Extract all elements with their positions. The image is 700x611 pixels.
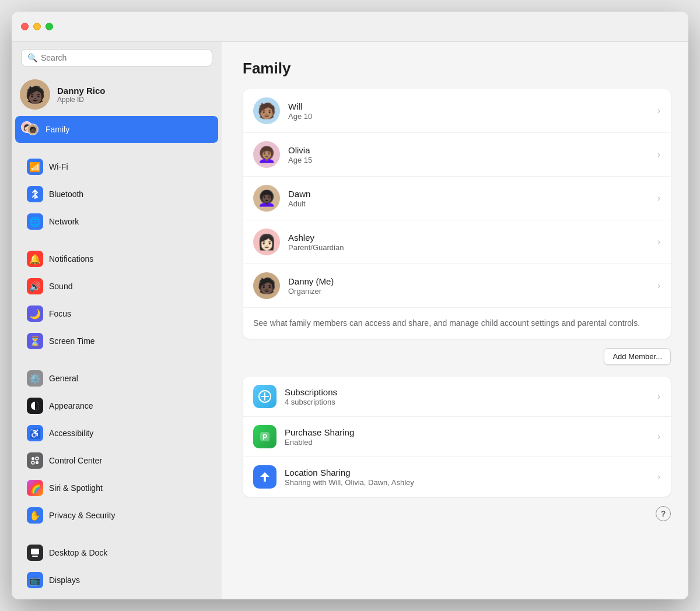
sidebar-item-label-accessibility: Accessibility xyxy=(49,429,93,438)
user-name: Danny Rico xyxy=(57,86,106,96)
maximize-button[interactable] xyxy=(46,23,53,30)
user-profile[interactable]: 🧑🏿 Danny Rico Apple ID xyxy=(15,73,218,115)
sidebar-section-prefs: ⚙️ General Appearance ♿ Accessibility xyxy=(12,364,222,529)
member-role: Age 10 xyxy=(288,112,657,121)
service-name: Location Sharing xyxy=(285,468,657,477)
family-members-card: 🧑🏽 Will Age 10 › 👩🏽‍🦱 Olivia Age 15 › xyxy=(243,89,671,339)
avatar: 🧑🏽 xyxy=(253,97,280,124)
sidebar-item-network[interactable]: 🌐 Network xyxy=(21,208,212,235)
minimize-button[interactable] xyxy=(33,23,41,30)
member-name: Dawn xyxy=(288,189,657,199)
sidebar-section-display: Desktop & Dock 📺 Displays xyxy=(12,539,222,594)
table-row[interactable]: 👩🏿‍🦱 Dawn Adult › xyxy=(243,177,671,220)
privacy-icon: ✋ xyxy=(27,507,43,524)
page-title: Family xyxy=(243,59,671,78)
sidebar-item-focus[interactable]: 🌙 Focus xyxy=(21,300,212,327)
avatar: 👩🏻 xyxy=(253,229,280,255)
help-button[interactable]: ? xyxy=(656,506,671,521)
subscriptions-icon xyxy=(253,385,276,408)
search-container: 🔍 xyxy=(12,42,222,73)
member-name: Will xyxy=(288,101,657,111)
sidebar-item-controlcenter[interactable]: Control Center xyxy=(21,447,212,474)
sidebar-item-label-focus: Focus xyxy=(49,309,71,318)
notifications-icon: 🔔 xyxy=(27,251,43,267)
sidebar-item-family[interactable]: 👩🏻 🧑🏿 Family xyxy=(15,116,218,143)
siri-icon: 🌈 xyxy=(27,480,43,496)
sidebar-item-sound[interactable]: 🔊 Sound xyxy=(21,273,212,300)
family-icon: 👩🏻 🧑🏿 xyxy=(21,121,40,138)
member-info: Dawn Adult xyxy=(288,189,657,208)
sidebar-item-displays[interactable]: 📺 Displays xyxy=(21,567,212,594)
sidebar-item-wifi[interactable]: 📶 Wi-Fi xyxy=(21,153,212,180)
sidebar-item-label-appearance: Appearance xyxy=(49,401,93,410)
member-role: Adult xyxy=(288,199,657,208)
service-name: Purchase Sharing xyxy=(285,427,657,437)
network-icon: 🌐 xyxy=(27,213,43,230)
user-info: Danny Rico Apple ID xyxy=(57,86,106,104)
sidebar-item-desktopdock[interactable]: Desktop & Dock xyxy=(21,539,212,566)
sidebar-item-label-desktopdock: Desktop & Dock xyxy=(49,548,107,557)
accessibility-icon: ♿ xyxy=(27,425,43,441)
chevron-right-icon: › xyxy=(657,431,660,442)
chevron-right-icon: › xyxy=(657,149,660,160)
table-row[interactable]: 🧑🏿 Danny (Me) Organizer › xyxy=(243,264,671,308)
sidebar-item-bluetooth[interactable]: Bluetooth xyxy=(21,181,212,208)
bluetooth-icon xyxy=(27,186,43,202)
main-content: Family 🧑🏽 Will Age 10 › 👩🏽‍🦱 Olivia xyxy=(222,42,688,599)
close-button[interactable] xyxy=(21,23,29,30)
chevron-right-icon: › xyxy=(657,391,660,402)
search-bar[interactable]: 🔍 xyxy=(21,49,212,66)
svg-rect-5 xyxy=(31,549,39,554)
avatar: 👩🏿‍🦱 xyxy=(253,185,280,212)
wifi-icon: 📶 xyxy=(27,159,43,175)
list-item[interactable]: Location Sharing Sharing with Will, Oliv… xyxy=(243,457,671,497)
sidebar-item-label-bluetooth: Bluetooth xyxy=(49,189,83,199)
table-row[interactable]: 👩🏽‍🦱 Olivia Age 15 › xyxy=(243,133,671,177)
sidebar-item-screentime[interactable]: ⏳ Screen Time xyxy=(21,328,212,354)
sidebar-item-siri[interactable]: 🌈 Siri & Spotlight xyxy=(21,475,212,501)
search-input[interactable] xyxy=(41,53,206,62)
table-row[interactable]: 🧑🏽 Will Age 10 › xyxy=(243,89,671,133)
sidebar-item-notifications[interactable]: 🔔 Notifications xyxy=(21,245,212,272)
member-role: Organizer xyxy=(288,287,657,296)
sidebar-item-label-screentime: Screen Time xyxy=(49,336,95,346)
sidebar-item-general[interactable]: ⚙️ General xyxy=(21,365,212,392)
avatar: 🧑🏿 xyxy=(20,79,50,110)
chevron-right-icon: › xyxy=(657,106,660,116)
sidebar: 🔍 🧑🏿 Danny Rico Apple ID 👩🏻 🧑🏿 xyxy=(12,42,222,599)
chevron-right-icon: › xyxy=(657,472,660,482)
add-member-button[interactable]: Add Member... xyxy=(604,348,671,365)
svg-point-3 xyxy=(32,461,34,464)
member-info: Will Age 10 xyxy=(288,101,657,121)
member-info: Olivia Age 15 xyxy=(288,145,657,164)
svg-rect-6 xyxy=(32,556,38,557)
family-description: See what family members can access and s… xyxy=(243,308,671,339)
service-detail: Enabled xyxy=(285,438,657,447)
sidebar-item-appearance[interactable]: Appearance xyxy=(21,392,212,419)
sidebar-item-privacy[interactable]: ✋ Privacy & Security xyxy=(21,502,212,529)
sidebar-item-label-siri: Siri & Spotlight xyxy=(49,483,103,493)
avatar: 👩🏽‍🦱 xyxy=(253,141,280,168)
content-area: 🔍 🧑🏿 Danny Rico Apple ID 👩🏻 🧑🏿 xyxy=(12,42,688,599)
table-row[interactable]: 👩🏻 Ashley Parent/Guardian › xyxy=(243,220,671,264)
traffic-lights xyxy=(21,23,53,30)
list-item[interactable]: Subscriptions 4 subscriptions › xyxy=(243,377,671,417)
sidebar-item-accessibility[interactable]: ♿ Accessibility xyxy=(21,420,212,447)
service-detail: 4 subscriptions xyxy=(285,398,657,406)
avatar: 🧑🏿 xyxy=(253,272,280,299)
chevron-right-icon: › xyxy=(657,237,660,247)
user-subtitle: Apple ID xyxy=(57,96,106,104)
location-sharing-icon xyxy=(253,465,276,489)
list-item[interactable]: P Purchase Sharing Enabled › xyxy=(243,417,671,457)
member-name: Ashley xyxy=(288,233,657,243)
sidebar-item-label-sound: Sound xyxy=(49,282,72,291)
service-detail: Sharing with Will, Olivia, Dawn, Ashley xyxy=(285,478,657,487)
service-name: Subscriptions xyxy=(285,387,657,397)
sidebar-item-label-general: General xyxy=(49,374,78,383)
search-icon: 🔍 xyxy=(27,53,37,62)
member-name: Danny (Me) xyxy=(288,276,657,286)
general-icon: ⚙️ xyxy=(27,370,43,387)
service-info: Subscriptions 4 subscriptions xyxy=(285,387,657,406)
svg-point-4 xyxy=(36,461,38,464)
sidebar-item-label-notifications: Notifications xyxy=(49,254,93,264)
